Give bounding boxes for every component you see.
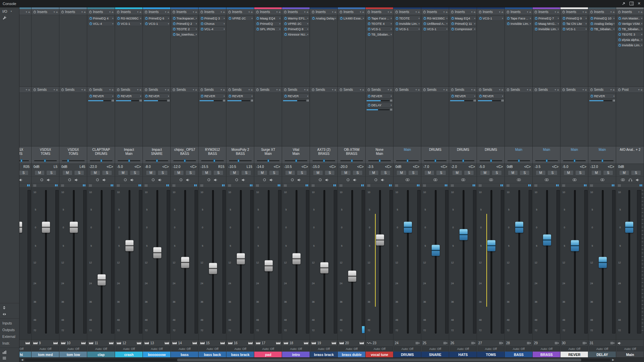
power-icon[interactable]: [89, 10, 92, 14]
automation-mode[interactable]: Auto: Off: [227, 346, 254, 351]
pan-value[interactable]: <C>: [302, 165, 308, 169]
fader-track[interactable]: [19, 189, 28, 334]
mute-button[interactable]: M: [285, 170, 295, 175]
power-icon[interactable]: [534, 22, 538, 25]
power-icon[interactable]: [367, 33, 371, 36]
chevron-down-icon[interactable]: ▾: [137, 88, 139, 91]
fader-track[interactable]: [621, 189, 637, 334]
insert-slot[interactable]: PrimeEQ 11▾: [450, 21, 476, 26]
channel-name[interactable]: DRUMS: [393, 352, 421, 357]
io-device-box[interactable]: OB-XTRMBRASS: [338, 146, 366, 164]
fader-track[interactable]: [454, 189, 473, 334]
record-arm-icon[interactable]: [68, 178, 71, 181]
add-icon[interactable]: +: [529, 10, 531, 14]
volume-value[interactable]: -20.0: [340, 165, 357, 169]
pan-value[interactable]: <C>: [496, 165, 503, 169]
inserts-header[interactable]: Inserts▾+: [282, 9, 310, 15]
mute-button[interactable]: M: [452, 170, 462, 175]
pan-slider[interactable]: [257, 159, 280, 163]
volume-value[interactable]: -15.0: [312, 165, 329, 169]
device-name[interactable]: VSDSX: [19, 148, 23, 152]
power-icon[interactable]: [172, 27, 176, 31]
io-device-box[interactable]: MonoPoly 2BASS: [226, 146, 254, 164]
power-icon[interactable]: [89, 88, 92, 92]
insert-slot[interactable]: Invisible Lim..▾: [505, 21, 532, 26]
sidebar-item-outputs[interactable]: Outputs: [0, 326, 19, 333]
volume-value[interactable]: -10.5: [228, 165, 247, 169]
pan-slider[interactable]: [173, 159, 196, 163]
automation-mode[interactable]: Auto: Off: [589, 346, 615, 351]
pan-slider[interactable]: [452, 159, 475, 163]
insert-slot[interactable]: Invisible Lim..▾: [533, 26, 560, 32]
inserts-header[interactable]: Inserts▾+: [199, 9, 226, 15]
power-icon[interactable]: [116, 88, 120, 92]
keyboard-icon[interactable]: [248, 342, 253, 345]
power-icon[interactable]: [618, 44, 621, 47]
power-icon[interactable]: [283, 10, 287, 14]
pan-value[interactable]: <C>: [329, 165, 336, 169]
add-icon[interactable]: +: [84, 10, 86, 14]
record-arm-icon[interactable]: [263, 178, 266, 181]
insert-slot[interactable]: Maag EQ4▾: [255, 16, 281, 21]
device-name[interactable]: Main: [404, 148, 411, 152]
keyboard-icon[interactable]: [81, 342, 86, 345]
inserts-header[interactable]: Inserts▾+: [421, 9, 449, 15]
power-icon[interactable]: [256, 10, 259, 14]
detach-window-icon[interactable]: [622, 2, 626, 6]
instrument-icon[interactable]: [256, 342, 261, 345]
insert-slot[interactable]: VPRE-2C▾: [283, 21, 309, 26]
fader-track[interactable]: [148, 189, 167, 334]
insert-slot[interactable]: LX480 Esse..▾: [338, 16, 365, 21]
io-device-box[interactable]: RYM2612BASS: [199, 146, 226, 164]
power-icon[interactable]: [117, 22, 120, 25]
sends-header[interactable]: Sends▾+: [115, 87, 143, 93]
power-icon[interactable]: [395, 27, 398, 31]
solo-button[interactable]: S: [520, 170, 530, 175]
power-icon[interactable]: [534, 17, 538, 20]
sends-header[interactable]: Sends▾+: [560, 87, 588, 93]
automation-mode[interactable]: Auto: Off: [199, 346, 226, 351]
automation-mode[interactable]: Auto: Off: [60, 346, 87, 351]
monitor-icon[interactable]: [19, 178, 23, 182]
inserts-header[interactable]: Inserts▾+: [477, 9, 505, 15]
solo-button[interactable]: S: [575, 170, 585, 175]
chevron-down-icon[interactable]: ▾: [26, 88, 27, 91]
pan-value[interactable]: L45: [79, 165, 85, 169]
insert-slot[interactable]: PrimeEQ 2▾: [171, 21, 198, 26]
volume-value[interactable]: 0dB: [395, 165, 413, 169]
volume-value[interactable]: -3.5: [368, 165, 385, 169]
mute-button[interactable]: M: [313, 170, 323, 175]
device-name[interactable]: BASS: [236, 152, 245, 156]
add-icon[interactable]: +: [28, 10, 30, 14]
fader-cap[interactable]: [125, 240, 133, 251]
sends-header[interactable]: Sends▾+: [254, 87, 282, 93]
power-icon[interactable]: [423, 27, 426, 31]
volume-value[interactable]: -5.0: [479, 165, 496, 169]
add-icon[interactable]: +: [613, 88, 615, 92]
sends-header[interactable]: Post▾+: [616, 87, 644, 93]
power-icon[interactable]: [256, 17, 259, 20]
fader-cap[interactable]: [515, 222, 523, 233]
device-name[interactable]: VSDSX: [40, 148, 51, 152]
sidebar-item-external[interactable]: External: [0, 333, 19, 340]
sends-header[interactable]: Sends▾+: [393, 87, 421, 93]
layout-icon[interactable]: [630, 2, 634, 5]
add-icon[interactable]: +: [418, 88, 420, 92]
power-icon[interactable]: [534, 10, 537, 14]
inserts-header[interactable]: Inserts▾+: [616, 9, 644, 15]
fader-cap[interactable]: [237, 253, 245, 264]
add-icon[interactable]: +: [362, 10, 364, 14]
power-icon[interactable]: [172, 88, 175, 92]
device-name[interactable]: CLAPTRAP: [92, 148, 110, 152]
instrument-icon[interactable]: [200, 342, 205, 345]
volume-value[interactable]: 0dB: [19, 165, 23, 169]
volume-value[interactable]: -12.0: [173, 165, 190, 169]
send-level-slider[interactable]: [227, 99, 253, 102]
pan-slider[interactable]: [480, 159, 502, 163]
keyboard-icon[interactable]: [304, 342, 309, 345]
power-icon[interactable]: [228, 17, 231, 20]
insert-slot[interactable]: VCS-1▾: [478, 16, 504, 21]
fader-track[interactable]: [538, 189, 556, 334]
monitor-icon[interactable]: [214, 178, 218, 182]
io-device-box[interactable]: Main: [393, 146, 421, 164]
